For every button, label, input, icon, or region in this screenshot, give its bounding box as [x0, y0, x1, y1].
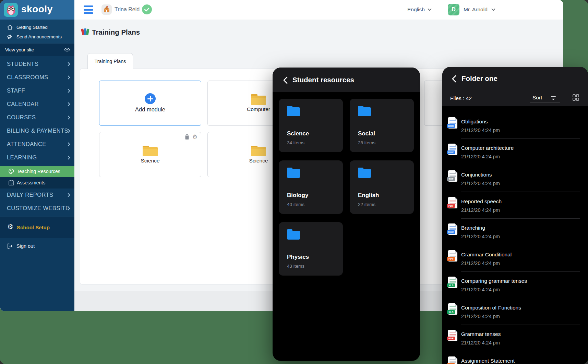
topbar: Trina Reid English D Mr. Arnold	[74, 0, 563, 20]
sidebar-item-attendance[interactable]: ATTENDANCE	[0, 138, 74, 151]
folder-name: Social	[358, 130, 375, 137]
blue-folder-icon	[287, 229, 300, 240]
chevron-right-icon	[66, 116, 70, 119]
file-date: 21/12/20 4:24 pm	[461, 340, 500, 345]
file-row[interactable]: XLS Composition of Functions 21/12/20 4:…	[448, 295, 582, 322]
chevron-right-icon	[66, 102, 70, 106]
user-chevron-down-icon[interactable]	[491, 7, 495, 11]
school-setup-label: School Setup	[17, 225, 50, 230]
sign-out[interactable]: Sign out	[0, 240, 74, 253]
file-icon: PPT	[448, 356, 457, 364]
sidebar-item-billing-payments[interactable]: BILLING & PAYMENTS	[0, 124, 74, 138]
file-row[interactable]: PDF Reported speech 21/12/20 4:24 pm	[448, 189, 582, 216]
sidebar-item-getting-started[interactable]: Getting Started	[0, 22, 74, 32]
file-name: Composition of Functions	[461, 305, 521, 311]
file-row[interactable]: DOC Obligations 21/12/20 4:24 pm	[448, 109, 582, 136]
sidebar-quick-links: Getting Started Send Announcements	[0, 20, 74, 44]
school-icon[interactable]	[101, 4, 112, 15]
plus-icon	[145, 93, 156, 104]
folder-card-physics[interactable]: Physics 43 items	[279, 222, 343, 276]
chevron-right-icon	[66, 75, 70, 79]
sidebar-item-courses[interactable]: COURSES	[0, 111, 74, 124]
sidebar-item-daily-reports[interactable]: DAILY REPORTS	[0, 189, 74, 202]
file-row[interactable]: XLS Comparing grammar tenses 21/12/20 4:…	[448, 268, 582, 295]
folder-count: 22 items	[358, 202, 375, 207]
submenu-label: Assessments	[17, 180, 45, 185]
file-date: 21/12/20 4:24 pm	[461, 128, 500, 133]
sidebar-item-teaching-resources[interactable]: Teaching Resources	[0, 166, 74, 177]
module-name: Science	[99, 158, 201, 164]
sidebar-item-calendar[interactable]: CALENDAR	[0, 98, 74, 111]
folder-card-science[interactable]: Science 34 items	[279, 99, 343, 152]
file-row[interactable]: PPT Assignment Statement 21/12/20 4:24 p…	[448, 348, 582, 364]
folder-card-english[interactable]: English 22 items	[350, 160, 414, 214]
file-date: 21/12/20 4:24 pm	[461, 181, 500, 186]
student-resources-header: Student resources	[273, 68, 420, 92]
learning-submenu: Teaching Resources Assessments	[0, 166, 74, 189]
page-title: Training Plans	[92, 28, 140, 36]
add-module-card[interactable]: Add module	[99, 81, 201, 126]
file-icon: XLS	[448, 303, 457, 315]
sidebar-item-assessments[interactable]: Assessments	[0, 177, 74, 189]
nav-label: CUSTOMIZE WEBSITE	[7, 205, 70, 211]
divider	[0, 239, 74, 239]
folder-count: 43 items	[287, 264, 304, 269]
file-date: 21/12/20 4:24 pm	[461, 234, 500, 239]
sidebar-item-learning[interactable]: LEARNING	[0, 151, 74, 165]
tab-training-plans[interactable]: Training Plans	[87, 53, 133, 69]
folder-card-biology[interactable]: Biology 40 items	[279, 160, 343, 214]
blue-folder-icon	[358, 167, 371, 178]
nav-label: CALENDAR	[7, 101, 39, 107]
folder-icon	[251, 93, 266, 106]
chevron-right-icon	[66, 156, 70, 159]
folder-icon	[251, 145, 266, 157]
folder-count: 34 items	[287, 140, 304, 145]
file-name: Grammar tenses	[461, 331, 501, 337]
gear-icon[interactable]: ⚙	[192, 134, 197, 140]
grid-view-icon[interactable]	[573, 94, 579, 101]
view-your-site[interactable]: View your site	[0, 44, 74, 56]
sidebar-item-send-announcements[interactable]: Send Announcements	[0, 32, 74, 41]
module-card-science[interactable]: ⚙ Science	[99, 132, 201, 177]
books-icon	[81, 27, 90, 36]
file-name: Computer architecture	[461, 145, 514, 151]
submenu-label: Teaching Resources	[17, 169, 60, 174]
skooly-logo-icon[interactable]	[4, 3, 18, 17]
file-row[interactable]: DOC Computer architecture 21/12/20 4:24 …	[448, 135, 582, 162]
folder-card-social[interactable]: Social 28 items	[350, 99, 414, 152]
sidebar-item-staff[interactable]: STAFF	[0, 84, 74, 98]
file-name: Branching	[461, 225, 485, 231]
hamburger-menu-icon[interactable]	[84, 5, 93, 14]
sidebar-item-customize-website[interactable]: CUSTOMIZE WEBSITE	[0, 202, 74, 215]
back-icon[interactable]	[452, 75, 456, 83]
back-icon[interactable]	[283, 76, 288, 84]
sidebar-item-students[interactable]: STUDENTS	[0, 58, 74, 71]
nav-label: STAFF	[7, 87, 25, 94]
chevron-right-icon	[66, 142, 70, 146]
trash-icon[interactable]	[184, 134, 190, 140]
school-name[interactable]: Trina Reid	[115, 7, 140, 13]
nav-label: LEARNING	[7, 154, 37, 161]
folder-name: Physics	[287, 254, 309, 260]
file-row[interactable]: PPT Grammar Conditional 21/12/20 4:24 pm	[448, 242, 582, 269]
language-chevron-down-icon[interactable]	[428, 7, 431, 11]
avatar[interactable]: D	[448, 4, 459, 15]
file-row[interactable]: PDF Grammar tenses 21/12/20 4:24 pm	[448, 321, 582, 348]
panel-title: Student resources	[292, 76, 354, 84]
sidebar-item-classrooms[interactable]: CLASSROOMS	[0, 71, 74, 84]
user-name[interactable]: Mr. Arnold	[464, 7, 488, 13]
file-row[interactable]: TXT Conjunctions 21/12/20 4:24 pm	[448, 162, 582, 189]
language-selector[interactable]: English	[407, 7, 425, 13]
gear-icon: ⚙	[7, 223, 13, 230]
school-setup[interactable]: ⚙ School Setup	[0, 217, 74, 238]
add-module-label: Add module	[99, 106, 201, 113]
folder-one-header: Folder one Files : 42 Sort	[442, 67, 588, 106]
file-name: Assignment Statement	[461, 358, 515, 364]
file-icon: DOC	[448, 223, 457, 235]
file-name: Comparing grammar tenses	[461, 278, 527, 284]
file-row[interactable]: DOC Branching 21/12/20 4:24 pm	[448, 215, 582, 242]
sort-control[interactable]: Sort	[530, 94, 560, 102]
sidebar-item-label: Getting Started	[16, 25, 48, 30]
blue-folder-icon	[287, 106, 300, 117]
verified-check-icon	[142, 4, 152, 14]
